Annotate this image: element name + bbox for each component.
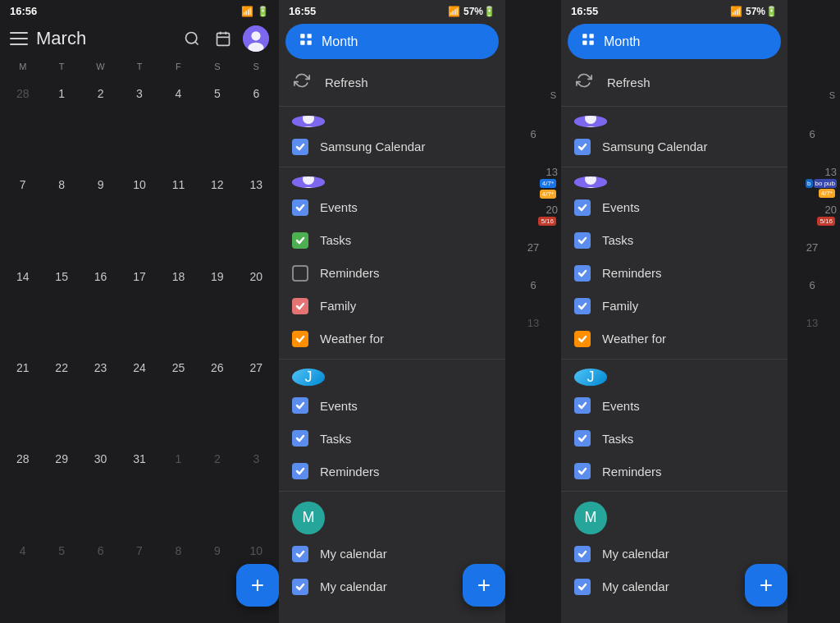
signal-icon-dd2: 📶 [730, 6, 742, 17]
month-pill-1[interactable]: Month [285, 24, 499, 59]
family-item-2[interactable]: Family [561, 290, 788, 323]
cal-day-6[interactable]: 6 [237, 75, 276, 112]
family-checkbox-1[interactable] [292, 298, 308, 314]
cal-day-4[interactable]: 4 [159, 75, 198, 112]
cal-day-5-next[interactable]: 5 [42, 532, 80, 570]
calendar-view-icon[interactable] [212, 27, 235, 50]
cal-day-2-next[interactable]: 2 [198, 440, 236, 478]
cal-day-27[interactable]: 27 [237, 349, 276, 387]
hamburger-icon[interactable] [10, 32, 28, 45]
weather-checkbox-2[interactable] [574, 331, 591, 347]
j-events-item-1[interactable]: Events [279, 389, 505, 422]
events-item-1[interactable]: Events [279, 191, 505, 224]
weather-item-2[interactable]: Weather for [561, 323, 788, 355]
cal-day-28[interactable]: 28 [3, 440, 42, 478]
my-calendar2-checkbox-2[interactable] [574, 579, 591, 595]
svg-line-1 [195, 42, 199, 45]
samsung-calendar-item-2[interactable]: Samsung Calendar [561, 131, 788, 163]
tasks-label-2: Tasks [602, 233, 633, 247]
cal-day-2[interactable]: 2 [81, 75, 120, 112]
tasks-checkbox-1[interactable] [292, 232, 308, 249]
my-calendar-checkbox-2[interactable] [574, 546, 591, 562]
events-checkbox-2[interactable] [574, 199, 591, 216]
weather-checkbox-1[interactable] [292, 331, 308, 347]
cal-day-20[interactable]: 20 [237, 258, 276, 295]
cal-day-26[interactable]: 26 [198, 349, 236, 387]
j-reminders-item-1[interactable]: Reminders [279, 455, 505, 488]
events-checkbox-1[interactable] [292, 199, 308, 216]
j-events-item-2[interactable]: Events [561, 389, 788, 422]
cal-day-5[interactable]: 5 [198, 75, 236, 112]
j-events-checkbox-2[interactable] [574, 397, 591, 414]
cal-day-28-prev[interactable]: 28 [3, 75, 42, 112]
cal-day-24[interactable]: 24 [120, 349, 158, 387]
j-tasks-item-1[interactable]: Tasks [279, 422, 505, 455]
samsung-calendar-checkbox-1[interactable] [292, 139, 308, 155]
cal-day-9[interactable]: 9 [81, 166, 120, 204]
cal-day-14[interactable]: 14 [3, 258, 42, 295]
cal-day-13[interactable]: 13 [237, 166, 276, 204]
reminders-checkbox-2[interactable] [574, 265, 591, 282]
samsung-calendar-item-1[interactable]: Samsung Calendar [279, 131, 505, 163]
j-tasks-checkbox-1[interactable] [292, 430, 308, 447]
cal-day-3-next[interactable]: 3 [237, 440, 276, 478]
fab-add-button[interactable]: + [236, 564, 279, 607]
cal-day-25[interactable]: 25 [159, 349, 198, 387]
j-tasks-label-2: Tasks [602, 432, 633, 446]
cal-day-9-next[interactable]: 9 [198, 532, 236, 570]
tasks-item-1[interactable]: Tasks [279, 224, 505, 257]
cal-day-17[interactable]: 17 [120, 258, 158, 295]
search-icon[interactable] [180, 27, 203, 50]
cal-day-7-next[interactable]: 7 [120, 532, 158, 570]
reminders-label-1: Reminders [320, 266, 380, 280]
cal-day-11[interactable]: 11 [159, 166, 198, 204]
samsung-calendar-checkbox-2[interactable] [574, 139, 591, 155]
svg-rect-9 [300, 34, 304, 38]
cal-day-30[interactable]: 30 [81, 440, 120, 478]
j-tasks-checkbox-2[interactable] [574, 430, 591, 447]
cal-day-7[interactable]: 7 [3, 166, 42, 204]
fab-2[interactable]: + [745, 564, 788, 607]
cal-day-22[interactable]: 22 [42, 349, 80, 387]
refresh-item-1[interactable]: Refresh [279, 62, 505, 103]
my-calendar2-checkbox-1[interactable] [292, 579, 308, 595]
cal-day-18[interactable]: 18 [159, 258, 198, 295]
tasks-checkbox-2[interactable] [574, 232, 591, 249]
cal-day-12[interactable]: 12 [198, 166, 236, 204]
reminders-checkbox-1[interactable] [292, 265, 308, 282]
my-calendar-checkbox-1[interactable] [292, 546, 308, 562]
j-events-checkbox-1[interactable] [292, 397, 308, 414]
svg-rect-2 [217, 33, 230, 45]
cal-day-4-next[interactable]: 4 [3, 532, 42, 570]
refresh-item-2[interactable]: Refresh [561, 62, 788, 103]
family-checkbox-2[interactable] [574, 298, 591, 314]
cal-day-3[interactable]: 3 [120, 75, 158, 112]
cal-day-10[interactable]: 10 [120, 166, 158, 204]
j-reminders-checkbox-2[interactable] [574, 463, 591, 479]
cal-day-6-next[interactable]: 6 [81, 532, 120, 570]
tasks-item-2[interactable]: Tasks [561, 224, 788, 257]
j-reminders-item-2[interactable]: Reminders [561, 455, 788, 488]
cal-day-8-next[interactable]: 8 [159, 532, 198, 570]
avatar[interactable] [243, 25, 269, 52]
cal-day-1[interactable]: 1 [42, 75, 80, 112]
fab-1[interactable]: + [463, 564, 505, 607]
family-item-1[interactable]: Family [279, 290, 505, 323]
cal-day-8[interactable]: 8 [42, 166, 80, 204]
cal-day-15[interactable]: 15 [42, 258, 80, 295]
cal-day-19[interactable]: 19 [198, 258, 236, 295]
j-tasks-item-2[interactable]: Tasks [561, 422, 788, 455]
cal-day-31[interactable]: 31 [120, 440, 158, 478]
j-reminders-checkbox-1[interactable] [292, 463, 308, 479]
cal-day-21[interactable]: 21 [3, 349, 42, 387]
reminders-item-1[interactable]: Reminders [279, 257, 505, 290]
weather-item-1[interactable]: Weather for [279, 323, 505, 355]
reminders-item-2[interactable]: Reminders [561, 257, 788, 290]
wifi-icon: 📶 [241, 6, 253, 17]
cal-day-29[interactable]: 29 [42, 440, 80, 478]
events-item-2[interactable]: Events [561, 191, 788, 224]
cal-day-23[interactable]: 23 [81, 349, 120, 387]
cal-day-16[interactable]: 16 [81, 258, 120, 295]
month-pill-2[interactable]: Month [568, 24, 781, 59]
cal-day-1-next[interactable]: 1 [159, 440, 198, 478]
